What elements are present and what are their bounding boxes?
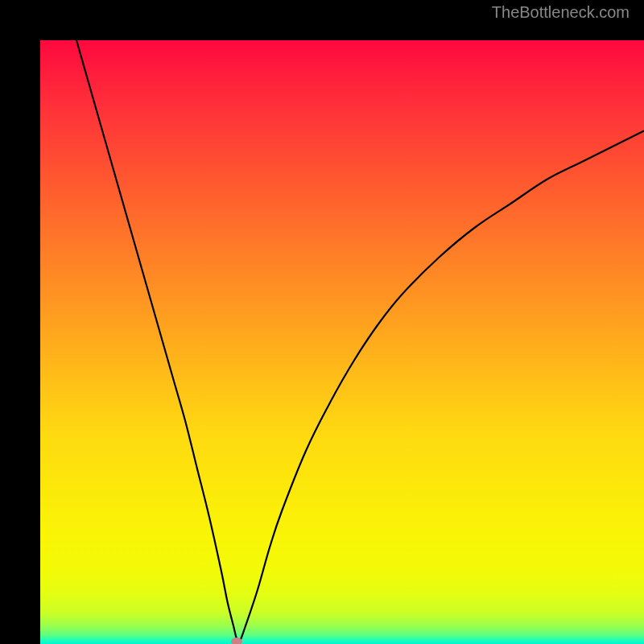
chart-frame <box>0 0 644 644</box>
optimal-point-marker <box>231 638 242 644</box>
watermark-text: TheBottleneck.com <box>492 3 630 22</box>
bottleneck-curve <box>40 40 644 644</box>
plot-area <box>40 40 644 644</box>
